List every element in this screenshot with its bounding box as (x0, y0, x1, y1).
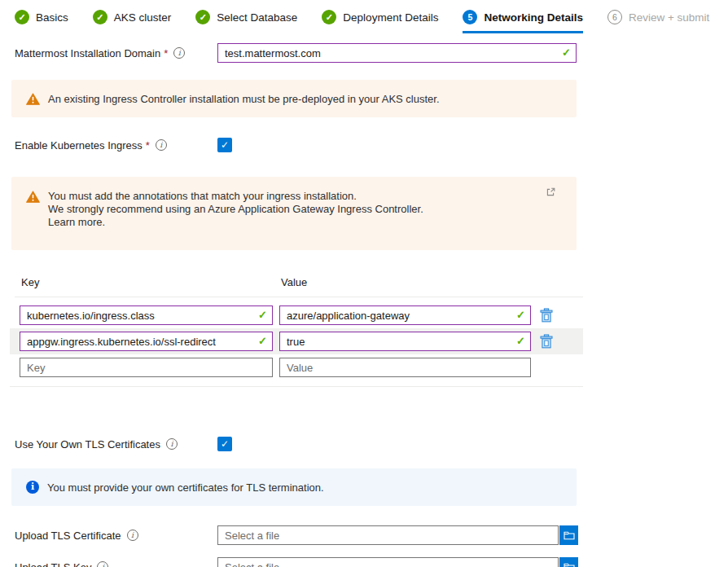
annotation-key-input[interactable] (20, 305, 273, 325)
ingress-warning-banner: An existing Ingress Controller installat… (11, 80, 577, 117)
domain-field-label: Mattermost Installation Domain * i (15, 47, 217, 59)
ingress-warning-text: An existing Ingress Controller installat… (48, 92, 440, 106)
tls-info-text: You must provide your own certificates f… (47, 481, 324, 494)
domain-input[interactable] (217, 43, 577, 63)
trash-icon (540, 334, 553, 349)
info-icon[interactable]: i (156, 139, 167, 151)
delete-row-button[interactable] (539, 308, 553, 323)
required-asterisk: * (146, 139, 150, 152)
tab-underline (93, 31, 172, 33)
enable-ingress-checkbox[interactable]: ✓ (217, 138, 232, 152)
annotations-table: Key Value ✓ ✓ (15, 276, 583, 387)
enable-ingress-label-text: Enable Kubernetes Ingress (15, 139, 143, 152)
tab-select-database[interactable]: ✓ Select Database (195, 10, 297, 33)
annotations-warning-line1: You must add the annotations that match … (48, 190, 357, 202)
info-icon[interactable]: i (97, 561, 108, 567)
use-tls-label: Use Your Own TLS Certificates i (15, 438, 217, 451)
tab-networking-details[interactable]: 5 Networking Details (463, 10, 583, 33)
annotations-warning-banner: You must add the annotations that match … (11, 177, 577, 250)
domain-label-text: Mattermost Installation Domain (15, 47, 160, 59)
warning-triangle-icon (26, 191, 40, 203)
tab-aks-cluster-label: AKS cluster (114, 11, 172, 24)
upload-key-label: Upload TLS Key i (15, 561, 217, 567)
info-filled-icon: i (26, 481, 39, 494)
info-icon[interactable]: i (166, 438, 178, 450)
annotation-empty-row (10, 354, 583, 380)
use-tls-label-text: Use Your Own TLS Certificates (15, 438, 160, 451)
browse-cert-button[interactable] (559, 525, 578, 545)
step-number-badge: 6 (607, 10, 622, 24)
annotation-value-input[interactable] (279, 332, 531, 351)
warning-triangle-icon (26, 93, 40, 105)
upload-cert-row: Upload TLS Certificate i (15, 525, 578, 545)
step-number-badge: 5 (463, 10, 477, 24)
completed-check-icon: ✓ (322, 10, 336, 24)
browse-key-button[interactable] (559, 557, 578, 567)
annotation-value-input[interactable] (279, 305, 531, 325)
tab-underline (15, 31, 68, 33)
upload-key-file-input[interactable] (217, 557, 559, 567)
completed-check-icon: ✓ (15, 10, 29, 24)
annotations-table-header: Key Value (15, 276, 583, 297)
upload-cert-label-text: Upload TLS Certificate (15, 530, 121, 542)
use-tls-checkbox[interactable]: ✓ (217, 437, 232, 451)
tab-aks-cluster[interactable]: ✓ AKS cluster (93, 10, 172, 33)
tls-info-banner: i You must provide your own certificates… (11, 468, 577, 506)
tab-basics-label: Basics (36, 11, 68, 24)
wizard-tabbar: ✓ Basics ✓ AKS cluster ✓ Select Database… (15, 10, 578, 33)
annotations-warning-text: You must add the annotations that match … (48, 189, 423, 229)
use-tls-row: Use Your Own TLS Certificates i ✓ (15, 434, 578, 454)
external-link-icon[interactable] (546, 187, 555, 196)
tab-review-submit-label: Review + submit (629, 11, 709, 24)
info-icon[interactable]: i (127, 530, 138, 541)
required-asterisk: * (164, 47, 168, 59)
annotation-row: ✓ ✓ (10, 302, 583, 328)
value-column-header: Value (281, 276, 533, 288)
tab-underline (195, 31, 297, 33)
tab-deployment-details[interactable]: ✓ Deployment Details (322, 10, 438, 33)
annotations-warning-line3[interactable]: Learn more. (48, 216, 105, 228)
networking-details-step: ✓ Basics ✓ AKS cluster ✓ Select Database… (0, 0, 578, 567)
completed-check-icon: ✓ (93, 10, 107, 24)
tab-underline (322, 31, 438, 33)
upload-cert-label: Upload TLS Certificate i (15, 530, 217, 542)
trash-icon (540, 308, 553, 323)
tab-underline (607, 31, 709, 33)
annotations-warning-line2: We strongly recommend using an Azure App… (48, 203, 423, 215)
tab-deployment-details-label: Deployment Details (343, 11, 438, 24)
key-column-header: Key (21, 276, 281, 288)
domain-field-row: Mattermost Installation Domain * i ✓ (15, 43, 578, 63)
completed-check-icon: ✓ (195, 10, 210, 24)
new-annotation-value-input[interactable] (279, 358, 531, 377)
new-annotation-key-input[interactable] (20, 358, 273, 377)
upload-key-row: Upload TLS Key i (15, 557, 578, 567)
upload-key-label-text: Upload TLS Key (15, 561, 91, 567)
active-tab-underline (463, 31, 583, 33)
table-bottom-divider (10, 386, 583, 387)
delete-row-button[interactable] (539, 334, 553, 349)
tab-basics[interactable]: ✓ Basics (15, 10, 68, 33)
tab-select-database-label: Select Database (217, 11, 297, 24)
enable-ingress-row: Enable Kubernetes Ingress * i ✓ (15, 135, 578, 155)
upload-cert-file-input[interactable] (217, 525, 559, 545)
annotation-row: ✓ ✓ (10, 328, 583, 354)
annotation-key-input[interactable] (20, 332, 273, 351)
info-icon[interactable]: i (173, 47, 185, 59)
enable-ingress-label: Enable Kubernetes Ingress * i (15, 139, 217, 152)
tab-review-submit[interactable]: 6 Review + submit (607, 10, 709, 33)
folder-browse-icon (564, 530, 575, 540)
folder-browse-icon (564, 562, 575, 567)
tab-networking-details-label: Networking Details (484, 11, 583, 24)
